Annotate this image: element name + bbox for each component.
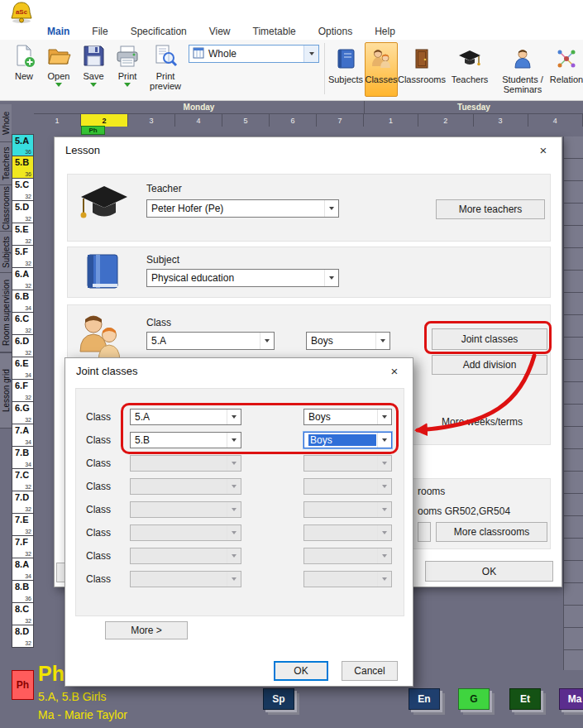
class-row[interactable]: 5.B 36 [12, 156, 34, 179]
chevron-down-icon[interactable] [377, 502, 391, 517]
period-cell[interactable]: 4 [175, 114, 222, 127]
period-cell[interactable]: 1 [34, 114, 81, 127]
joint-class-select[interactable]: 5.A [130, 409, 241, 425]
subject-select[interactable]: Physical education [146, 269, 339, 287]
subjects-button[interactable]: Subjects [327, 42, 364, 97]
chevron-down-icon[interactable] [227, 456, 241, 471]
lesson-ok-button[interactable]: OK [425, 561, 553, 582]
more-teachers-button[interactable]: More teachers [436, 199, 545, 219]
chevron-down-icon[interactable] [377, 410, 391, 424]
teachers-button[interactable]: Teachers [446, 42, 494, 97]
menu-view[interactable]: View [209, 26, 231, 37]
lesson-tile[interactable]: Et [509, 688, 541, 710]
chevron-down-icon[interactable] [375, 333, 389, 349]
close-icon[interactable]: × [378, 360, 411, 381]
chevron-down-icon[interactable] [377, 572, 391, 587]
students-seminars-button[interactable]: Students / Seminars [497, 42, 548, 97]
class-row[interactable]: 8.D 32 [12, 625, 34, 648]
joint-division-select[interactable] [303, 548, 392, 564]
class-row[interactable]: 5.D 32 [12, 201, 34, 223]
vertical-view-tab[interactable]: Whole [0, 104, 12, 142]
chevron-down-icon[interactable] [377, 525, 391, 540]
joint-division-select[interactable] [303, 455, 392, 472]
class-row[interactable]: 5.E 32 [12, 223, 34, 246]
class-row[interactable]: 6.G 32 [12, 402, 34, 424]
print-preview-button[interactable]: Print preview [146, 41, 185, 98]
class-row[interactable]: 7.C 32 [12, 469, 34, 491]
print-button[interactable]: Print [111, 41, 144, 98]
joint-ok-button[interactable]: OK [274, 661, 328, 681]
class-row[interactable]: 6.A 32 [12, 268, 34, 290]
period-cell[interactable]: 4 [528, 114, 583, 127]
joint-division-select[interactable] [303, 478, 392, 495]
chevron-down-icon[interactable] [227, 572, 241, 587]
menu-timetable[interactable]: Timetable [253, 26, 296, 37]
relations-button[interactable]: Relation [550, 42, 583, 97]
more-weeks-terms-button[interactable]: More weeks/terms [442, 416, 523, 428]
mini-lesson-card[interactable]: Ph [81, 126, 105, 135]
chevron-down-icon[interactable] [377, 479, 391, 494]
open-button[interactable]: Open [43, 41, 74, 98]
period-cell[interactable]: 2 [81, 114, 128, 127]
hidden-button-fragment[interactable] [418, 522, 431, 542]
period-cell[interactable]: 6 [270, 114, 317, 127]
vertical-view-tab[interactable]: Lesson grid [0, 352, 12, 429]
chevron-down-icon[interactable] [227, 479, 241, 494]
class-select[interactable]: 5.A [146, 332, 275, 350]
class-row[interactable]: 5.F 32 [12, 246, 34, 268]
class-row[interactable]: 7.B 34 [12, 447, 34, 469]
class-row[interactable]: 7.E 32 [12, 514, 34, 536]
chevron-down-icon[interactable] [377, 456, 391, 471]
joint-class-select[interactable] [130, 571, 241, 587]
save-dropdown-icon[interactable] [90, 83, 97, 87]
class-row[interactable]: 6.B 34 [12, 290, 34, 313]
class-row[interactable]: 8.B 36 [12, 581, 34, 603]
vertical-view-tab[interactable]: Teachers [0, 142, 12, 185]
period-cell[interactable]: 3 [128, 114, 175, 127]
joint-division-select[interactable] [303, 571, 392, 587]
class-row[interactable]: 6.C 32 [12, 313, 34, 335]
vertical-view-tab[interactable]: Room supervision [0, 273, 12, 352]
more-button[interactable]: More > [105, 621, 188, 639]
chevron-down-icon[interactable] [227, 502, 241, 517]
menu-specification[interactable]: Specification [131, 26, 187, 37]
class-row[interactable]: 7.A 34 [12, 424, 34, 447]
joint-class-select[interactable] [130, 548, 241, 564]
joint-cancel-button[interactable]: Cancel [342, 661, 398, 681]
period-cell[interactable]: 7 [317, 114, 364, 127]
new-button[interactable]: New [8, 41, 40, 98]
add-division-button[interactable]: Add division [432, 355, 547, 375]
class-row[interactable]: 8.A 34 [12, 558, 34, 581]
menu-file[interactable]: File [92, 26, 108, 37]
class-row[interactable]: 6.D 32 [12, 335, 34, 357]
joint-class-select[interactable] [130, 524, 241, 541]
classes-button[interactable]: Classes [365, 42, 398, 97]
lesson-tile[interactable]: Ma [559, 688, 583, 710]
lesson-tile[interactable]: G [458, 688, 490, 710]
class-row[interactable]: 8.C 32 [12, 603, 34, 625]
more-classrooms-button[interactable]: More classrooms [436, 522, 547, 542]
class-row[interactable]: 5.A 36 [12, 134, 34, 156]
lesson-tile[interactable]: En [409, 688, 440, 710]
menu-main[interactable]: Main [47, 26, 69, 37]
joint-class-select[interactable] [130, 455, 241, 472]
chevron-down-icon[interactable] [260, 333, 274, 349]
chevron-down-icon[interactable] [303, 46, 318, 62]
joint-division-select[interactable] [303, 501, 392, 518]
lesson-dialog-titlebar[interactable]: Lesson [55, 137, 561, 162]
chevron-down-icon[interactable] [377, 433, 391, 448]
vertical-view-tab[interactable]: Subjects [0, 232, 12, 273]
menu-options[interactable]: Options [318, 26, 352, 37]
period-cell[interactable]: 3 [474, 114, 528, 127]
period-cell[interactable]: 1 [364, 114, 418, 127]
classrooms-button[interactable]: Classrooms [399, 42, 444, 97]
joint-class-select[interactable]: 5.B [130, 432, 241, 448]
chevron-down-icon[interactable] [227, 433, 241, 448]
joint-division-select[interactable] [303, 524, 392, 541]
menu-help[interactable]: Help [375, 26, 395, 37]
period-cell[interactable]: 2 [418, 114, 473, 127]
division-select[interactable]: Boys [306, 332, 390, 350]
chevron-down-icon[interactable] [227, 548, 241, 563]
class-row[interactable]: 7.F 32 [12, 536, 34, 558]
joint-classes-button[interactable]: Joint classes [432, 328, 547, 350]
